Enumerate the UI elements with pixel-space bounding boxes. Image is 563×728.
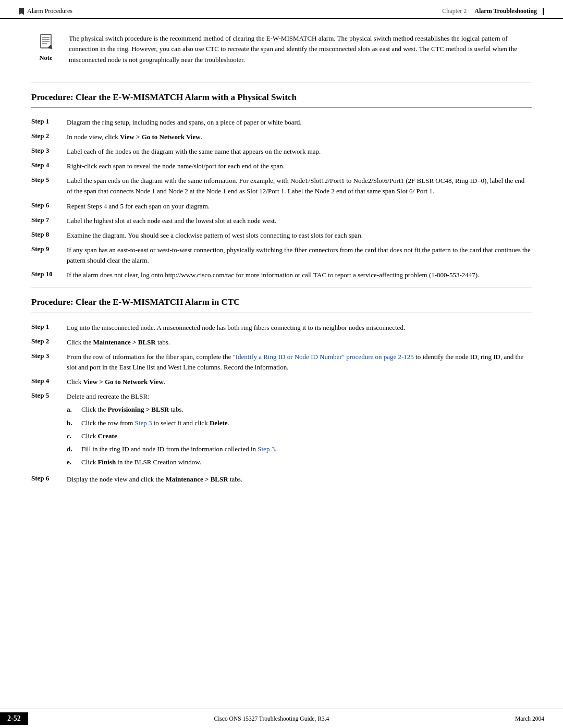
header-breadcrumb: Alarm Procedures — [19, 7, 72, 15]
step-row: Step 5 Label the span ends on the diagra… — [31, 176, 532, 196]
note-icon-area: Note — [31, 33, 60, 62]
note-pencil-icon — [36, 33, 55, 52]
sub-step-row: e. Click Finish in the BLSR Creation win… — [67, 457, 532, 467]
step-row: Step 4 Click View > Go to Network View. — [31, 377, 532, 387]
ring-id-link[interactable]: "Identify a Ring ID or Node ID Number" p… — [232, 353, 413, 361]
step4-content: Right-click each span to reveal the node… — [67, 161, 532, 171]
step3-link-b[interactable]: Step 3 — [135, 419, 152, 427]
sub-step-row: c. Click Create. — [67, 431, 532, 441]
sub-step-row: a. Click the Provisioning > BLSR tabs. — [67, 404, 532, 415]
step10-content: If the alarm does not clear, log onto ht… — [67, 270, 532, 280]
sub-step-row: d. Fill in the ring ID and node ID from … — [67, 444, 532, 454]
s2-step5-label: Step 5 — [31, 391, 67, 400]
step-row: Step 3 Label each of the nodes on the di… — [31, 146, 532, 157]
bookmark-icon — [19, 8, 24, 15]
step-row: Step 6 Repeat Steps 4 and 5 for each spa… — [31, 201, 532, 212]
step-row: Step 6 Display the node view and click t… — [31, 474, 532, 485]
step-row: Step 1 Diagram the ring setup, including… — [31, 117, 532, 128]
step3-label: Step 3 — [31, 146, 67, 155]
section2-sub-divider — [31, 313, 532, 313]
s2-step1-content: Log into the misconnected node. A miscon… — [67, 323, 532, 333]
step9-content: If any span has an east-to-east or west-… — [67, 245, 532, 266]
s2-step3-content: From the row of information for the fibe… — [67, 352, 532, 373]
s2-step4-content: Click View > Go to Network View. — [67, 377, 532, 387]
step4-label: Step 4 — [31, 161, 67, 169]
section2-heading: Procedure: Clear the E-W-MISMATCH Alarm … — [31, 297, 532, 308]
note-text: The physical switch procedure is the rec… — [69, 33, 532, 65]
s2-step1-label: Step 1 — [31, 323, 67, 331]
step-row: Step 8 Examine the diagram. You should s… — [31, 230, 532, 241]
footer-doc-title: Cisco ONS 15327 Troubleshooting Guide, R… — [28, 715, 515, 722]
sub-step-c-content: Click Create. — [81, 431, 532, 441]
step-row: Step 7 Label the highest slot at each no… — [31, 216, 532, 226]
step-row: Step 9 If any span has an east-to-east o… — [31, 245, 532, 266]
chapter-title: Alarm Troubleshooting — [474, 7, 537, 15]
section1-sub-divider — [31, 107, 532, 108]
sub-step-a-content: Click the Provisioning > BLSR tabs. — [81, 404, 532, 415]
sub-step-d-content: Fill in the ring ID and node ID from the… — [81, 444, 532, 454]
step-row: Step 3 From the row of information for t… — [31, 352, 532, 373]
header-right: Chapter 2 Alarm Troubleshooting — [442, 7, 544, 15]
sub-step-e-label: e. — [67, 457, 81, 467]
page-footer: 2-52 Cisco ONS 15327 Troubleshooting Gui… — [0, 709, 563, 728]
header-bar — [543, 8, 544, 15]
page-number: 2-52 — [0, 712, 28, 725]
step8-label: Step 8 — [31, 230, 67, 239]
step6-label: Step 6 — [31, 201, 67, 209]
section1-bottom-divider — [31, 288, 532, 288]
sub-step-b-content: Click the row from Step 3 to select it a… — [81, 418, 532, 428]
main-content: Note The physical switch procedure is th… — [0, 19, 563, 520]
step-row: Step 10 If the alarm does not clear, log… — [31, 270, 532, 280]
s2-step3-label: Step 3 — [31, 352, 67, 360]
s2-step6-content: Display the node view and click the Main… — [67, 474, 532, 485]
sub-step-c-label: c. — [67, 431, 81, 441]
section2-steps: Step 1 Log into the misconnected node. A… — [31, 323, 532, 485]
step-row: Step 2 In node view, click View > Go to … — [31, 132, 532, 142]
step-row: Step 2 Click the Maintenance > BLSR tabs… — [31, 337, 532, 348]
sub-step-b-label: b. — [67, 418, 81, 428]
step-row: Step 5 Delete and recreate the BLSR: a. … — [31, 391, 532, 470]
step3-link-d[interactable]: Step 3 — [258, 445, 275, 453]
step1-label: Step 1 — [31, 117, 67, 126]
step-row: Step 1 Log into the misconnected node. A… — [31, 323, 532, 333]
sub-step-d-label: d. — [67, 444, 81, 454]
section1-top-divider — [31, 82, 532, 82]
chapter-label: Chapter 2 — [442, 7, 467, 15]
step5-label: Step 5 — [31, 176, 67, 184]
step5-content: Label the span ends on the diagram with … — [67, 176, 532, 196]
section1-steps: Step 1 Diagram the ring setup, including… — [31, 117, 532, 281]
step2-content: In node view, click View > Go to Network… — [67, 132, 532, 142]
step2-label: Step 2 — [31, 132, 67, 140]
section1-heading: Procedure: Clear the E-W-MISMATCH Alarm … — [31, 92, 532, 103]
step-row: Step 4 Right-click each span to reveal t… — [31, 161, 532, 171]
step1-content: Diagram the ring setup, including nodes … — [67, 117, 532, 128]
step7-label: Step 7 — [31, 216, 67, 224]
sub-step-row: b. Click the row from Step 3 to select i… — [67, 418, 532, 428]
step7-content: Label the highest slot at each node east… — [67, 216, 532, 226]
note-label: Note — [40, 54, 53, 62]
page-header: Alarm Procedures Chapter 2 Alarm Trouble… — [0, 0, 563, 19]
s2-step4-label: Step 4 — [31, 377, 67, 385]
s2-step5-content: Delete and recreate the BLSR: a. Click t… — [67, 391, 532, 470]
sub-steps: a. Click the Provisioning > BLSR tabs. b… — [67, 404, 532, 467]
step3-content: Label each of the nodes on the diagram w… — [67, 146, 532, 157]
s2-step6-label: Step 6 — [31, 474, 67, 483]
s2-step2-label: Step 2 — [31, 337, 67, 346]
step10-label: Step 10 — [31, 270, 67, 278]
note-box: Note The physical switch procedure is th… — [31, 33, 532, 72]
sub-step-e-content: Click Finish in the BLSR Creation window… — [81, 457, 532, 467]
footer-date: March 2004 — [515, 715, 544, 722]
step6-content: Repeat Steps 4 and 5 for each span on yo… — [67, 201, 532, 212]
step8-content: Examine the diagram. You should see a cl… — [67, 230, 532, 241]
sub-step-a-label: a. — [67, 404, 81, 415]
step9-label: Step 9 — [31, 245, 67, 253]
s2-step2-content: Click the Maintenance > BLSR tabs. — [67, 337, 532, 348]
breadcrumb-text: Alarm Procedures — [27, 7, 72, 15]
